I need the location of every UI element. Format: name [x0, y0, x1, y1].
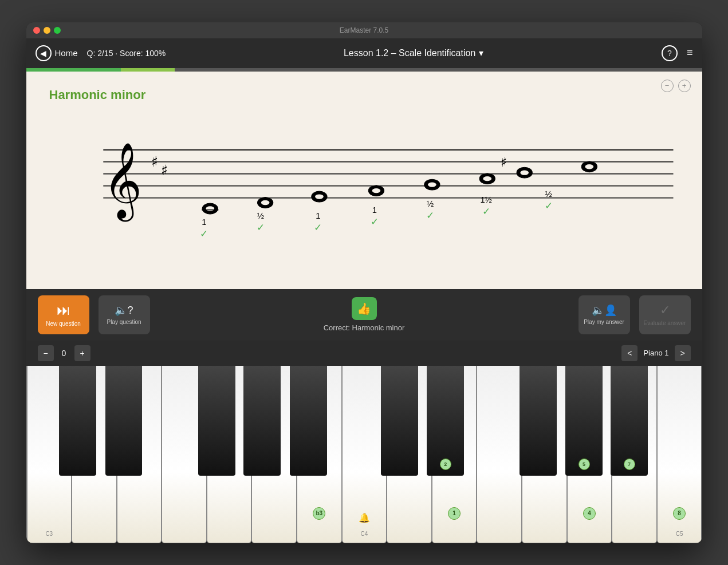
svg-text:✓: ✓ [544, 200, 552, 211]
home-button[interactable]: ◀ Home [36, 45, 78, 61]
black-key-gs3[interactable] [243, 366, 281, 476]
svg-text:✓: ✓ [256, 222, 264, 233]
play-question-button[interactable]: 🔈? Play question [99, 295, 150, 334]
svg-text:𝄞: 𝄞 [103, 143, 142, 222]
piano-keyboard: C3 b3 [26, 366, 702, 543]
svg-text:1: 1 [202, 217, 206, 226]
black-key-fs4[interactable] [520, 366, 557, 476]
c4-label: C4 [361, 531, 368, 537]
svg-text:✓: ✓ [314, 222, 322, 233]
app-title: EarMaster 7.0.5 [340, 26, 388, 34]
scale-label: Harmonic minor [49, 88, 679, 102]
traffic-lights [33, 27, 61, 34]
piano-prev-button[interactable]: < [621, 345, 638, 361]
c3-label: C3 [45, 531, 53, 537]
svg-text:1: 1 [372, 205, 376, 214]
svg-text:✓: ✓ [370, 216, 378, 227]
header-right: ? ≡ [662, 45, 693, 61]
play-answer-button[interactable]: 🔈👤 Play my answer [579, 295, 630, 334]
octave-value: 0 [58, 349, 70, 358]
octave-minus-button[interactable]: − [38, 345, 54, 361]
header: ◀ Home Q: 2/15 · Score: 100% Lesson 1.2 … [26, 38, 702, 68]
piano-next-button[interactable]: > [675, 345, 691, 361]
piano-nav: < Piano 1 > [621, 345, 690, 361]
ds4-badge: 2 [440, 459, 451, 470]
svg-text:1½: 1½ [480, 195, 491, 204]
lesson-title: Lesson 1.2 – Scale Identification ▾ [172, 48, 655, 58]
feedback-area: 👍 Correct: Harmonic minor [159, 297, 569, 332]
svg-point-20 [483, 176, 491, 180]
speaker-question-icon: 🔈? [115, 304, 133, 317]
zoom-controls: − + [661, 80, 691, 92]
correct-text: Correct: Harmonic minor [324, 323, 405, 332]
checkmark-icon: ✓ [660, 303, 670, 318]
svg-point-9 [206, 206, 214, 211]
svg-point-23 [520, 170, 529, 175]
staff-svg: 𝄞 ♯ ♯ [49, 114, 679, 246]
b3-badge: b3 [313, 507, 325, 520]
svg-point-14 [315, 194, 324, 199]
skip-icon: ⏭ [57, 302, 70, 318]
white-key-f4[interactable] [477, 366, 522, 543]
svg-text:✓: ✓ [200, 228, 208, 239]
svg-text:1: 1 [316, 211, 320, 220]
minimize-button[interactable] [44, 27, 50, 34]
black-key-cs3[interactable] [59, 366, 96, 476]
close-button[interactable] [33, 27, 40, 34]
piano-section: − 0 + < Piano 1 > [26, 341, 702, 543]
evaluate-label: Evaluate answer [644, 320, 686, 326]
maximize-button[interactable] [54, 27, 61, 34]
octave-controls: − 0 + [38, 345, 90, 361]
svg-text:½: ½ [257, 211, 263, 220]
dropdown-icon[interactable]: ▾ [479, 48, 483, 58]
home-label: Home [55, 48, 78, 58]
play-answer-label: Play my answer [584, 319, 624, 325]
piano-name: Piano 1 [643, 349, 668, 357]
black-key-as3[interactable] [290, 366, 327, 476]
black-key-cs4[interactable] [381, 366, 418, 476]
svg-text:½: ½ [545, 189, 552, 198]
new-question-button[interactable]: ⏭ New question [38, 295, 89, 334]
staff-container: 𝄞 ♯ ♯ [49, 114, 679, 263]
black-key-ds3[interactable] [105, 366, 143, 476]
octave-plus-button[interactable]: + [74, 345, 90, 361]
black-key-ds4[interactable]: 2 [427, 366, 464, 476]
svg-text:½: ½ [427, 199, 434, 208]
thumbs-up-button[interactable]: 👍 [352, 297, 377, 320]
c5-badge: 8 [673, 507, 686, 520]
white-key-c5[interactable]: 8 C5 [657, 366, 702, 543]
as4-badge: 7 [624, 459, 635, 470]
app-window: EarMaster 7.0.5 ◀ Home Q: 2/15 · Score: … [26, 22, 702, 543]
new-question-label: New question [46, 321, 81, 327]
back-icon: ◀ [36, 45, 52, 61]
svg-text:♯: ♯ [160, 162, 167, 177]
black-key-as4[interactable]: 7 [611, 366, 648, 476]
svg-point-25 [585, 164, 593, 168]
menu-button[interactable]: ≡ [687, 47, 693, 59]
white-key-c4[interactable]: 🔔 C4 [342, 366, 387, 543]
evaluate-button[interactable]: ✓ Evaluate answer [639, 295, 691, 334]
e4-badge: 1 [448, 507, 461, 520]
svg-point-16 [372, 188, 380, 192]
zoom-in-button[interactable]: + [678, 80, 691, 92]
svg-text:✓: ✓ [482, 206, 490, 216]
svg-point-18 [428, 182, 436, 187]
help-button[interactable]: ? [662, 45, 678, 61]
zoom-out-button[interactable]: − [661, 80, 674, 92]
thumbs-up-icon: 👍 [357, 302, 371, 315]
a4-badge: 4 [583, 507, 596, 520]
black-key-gs4[interactable]: 5 [565, 366, 603, 476]
piano-controls: − 0 + < Piano 1 > [26, 341, 702, 366]
keys-container: C3 b3 [26, 366, 702, 543]
score-info: Q: 2/15 · Score: 100% [87, 49, 166, 58]
svg-text:✓: ✓ [426, 210, 434, 221]
svg-point-12 [261, 200, 269, 204]
black-key-fs3[interactable] [198, 366, 235, 476]
speaker-person-icon: 🔈👤 [592, 304, 617, 317]
gs4-badge: 5 [579, 459, 590, 470]
svg-text:♯: ♯ [500, 155, 506, 169]
sheet-area: − + Harmonic minor 𝄞 ♯ ♯ [26, 72, 702, 289]
control-panel: ⏭ New question 🔈? Play question 👍 Correc… [26, 289, 702, 341]
bell-icon: 🔔 [359, 512, 370, 523]
svg-text:♯: ♯ [151, 154, 158, 169]
